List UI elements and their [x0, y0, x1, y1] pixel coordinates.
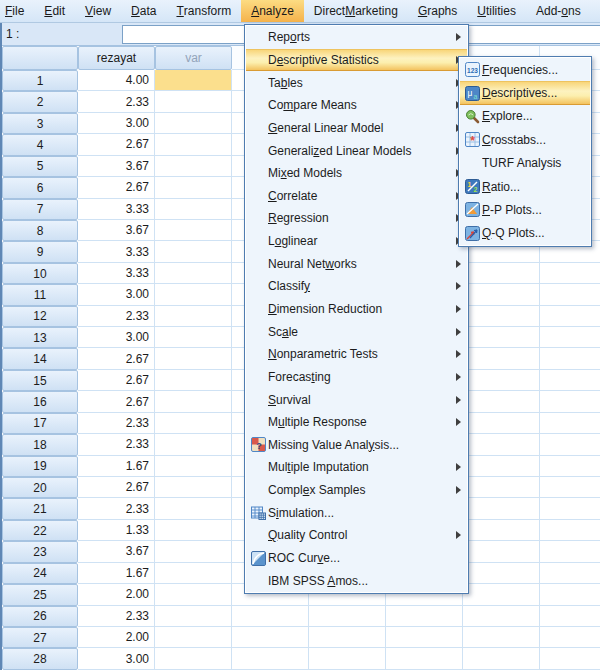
cell-blank[interactable] [463, 434, 540, 455]
cell-var-8[interactable] [155, 220, 232, 241]
cell-var-20[interactable] [155, 477, 232, 498]
cell-var-26[interactable] [155, 606, 232, 627]
menu-graphs[interactable]: Graphs [408, 0, 467, 22]
row-header-20[interactable]: 20 [2, 477, 78, 498]
cell-var-15[interactable] [155, 370, 232, 391]
menu-item-quality-control[interactable]: Quality Control [246, 524, 467, 547]
cell-var-13[interactable] [155, 327, 232, 348]
row-header-12[interactable]: 12 [2, 306, 78, 327]
row-header-23[interactable]: 23 [2, 541, 78, 562]
menu-analyze[interactable]: Analyze [241, 0, 304, 22]
cell-blank[interactable] [463, 648, 540, 669]
cell-blank[interactable] [463, 627, 540, 648]
cell-var-27[interactable] [155, 627, 232, 648]
menu-direct-marketing[interactable]: Direct Marketing [304, 0, 408, 22]
cell-blank[interactable] [309, 648, 386, 669]
row-header-8[interactable]: 8 [2, 220, 78, 241]
cell-blank[interactable] [463, 391, 540, 412]
cell-rezayat-7[interactable]: 3.33 [78, 199, 155, 220]
cell-var-23[interactable] [155, 541, 232, 562]
cell-blank[interactable] [463, 284, 540, 305]
cell-blank[interactable] [463, 584, 540, 605]
row-header-27[interactable]: 27 [2, 627, 78, 648]
row-header-15[interactable]: 15 [2, 370, 78, 391]
cell-rezayat-22[interactable]: 1.33 [78, 520, 155, 541]
cell-blank[interactable] [463, 348, 540, 369]
menu-item-roc-curve[interactable]: ROC Curve... [246, 547, 467, 570]
submenu-item-turf-analysis[interactable]: TURF Analysis [460, 152, 590, 175]
cell-blank[interactable] [540, 498, 600, 519]
cell-var-25[interactable] [155, 584, 232, 605]
row-header-2[interactable]: 2 [2, 91, 78, 112]
submenu-item-descriptives[interactable]: μaDescriptives... [460, 81, 590, 104]
cell-var-16[interactable] [155, 391, 232, 412]
cell-blank[interactable] [463, 413, 540, 434]
cell-blank[interactable] [386, 648, 463, 669]
cell-var-17[interactable] [155, 413, 232, 434]
cell-blank[interactable] [463, 563, 540, 584]
menu-item-compare-means[interactable]: Compare Means [246, 94, 467, 117]
cell-blank[interactable] [540, 284, 600, 305]
row-header-6[interactable]: 6 [2, 177, 78, 198]
menu-file[interactable]: File [0, 0, 34, 22]
cell-rezayat-20[interactable]: 2.67 [78, 477, 155, 498]
cell-rezayat-9[interactable]: 3.33 [78, 241, 155, 262]
menu-transform[interactable]: Transform [166, 0, 241, 22]
menu-item-nonparametric-tests[interactable]: Nonparametric Tests [246, 343, 467, 366]
cell-blank[interactable] [540, 327, 600, 348]
menu-item-multiple-imputation[interactable]: Multiple Imputation [246, 456, 467, 479]
cell-blank[interactable] [540, 370, 600, 391]
menu-item-forecasting[interactable]: Forecasting [246, 366, 467, 389]
row-header-24[interactable]: 24 [2, 563, 78, 584]
menu-item-simulation[interactable]: Simulation... [246, 501, 467, 524]
menu-item-loglinear[interactable]: Loglinear [246, 230, 467, 253]
row-header-1[interactable]: 1 [2, 70, 78, 91]
menu-item-regression[interactable]: Regression [246, 207, 467, 230]
cell-blank[interactable] [540, 306, 600, 327]
cell-blank[interactable] [540, 391, 600, 412]
row-header-19[interactable]: 19 [2, 456, 78, 477]
cell-var-4[interactable] [155, 134, 232, 155]
row-header-5[interactable]: 5 [2, 156, 78, 177]
column-header-var[interactable]: var [155, 46, 232, 70]
row-header-9[interactable]: 9 [2, 241, 78, 262]
cell-rezayat-16[interactable]: 2.67 [78, 391, 155, 412]
menu-item-generalized-linear-models[interactable]: Generalized Linear Models [246, 139, 467, 162]
cell-var-18[interactable] [155, 434, 232, 455]
cell-var-9[interactable] [155, 241, 232, 262]
row-header-18[interactable]: 18 [2, 434, 78, 455]
row-header-21[interactable]: 21 [2, 498, 78, 519]
cell-rezayat-17[interactable]: 2.33 [78, 413, 155, 434]
cell-var-12[interactable] [155, 306, 232, 327]
menu-data[interactable]: Data [121, 0, 166, 22]
cell-rezayat-18[interactable]: 2.33 [78, 434, 155, 455]
cell-blank[interactable] [309, 627, 386, 648]
cell-blank[interactable] [463, 306, 540, 327]
cell-rezayat-2[interactable]: 2.33 [78, 91, 155, 112]
cell-blank[interactable] [463, 606, 540, 627]
row-header-28[interactable]: 28 [2, 648, 78, 669]
cell-rezayat-11[interactable]: 3.00 [78, 284, 155, 305]
row-header-11[interactable]: 11 [2, 284, 78, 305]
row-header-25[interactable]: 25 [2, 584, 78, 605]
row-header-13[interactable]: 13 [2, 327, 78, 348]
cell-var-11[interactable] [155, 284, 232, 305]
cell-rezayat-23[interactable]: 3.67 [78, 541, 155, 562]
row-header-4[interactable]: 4 [2, 134, 78, 155]
menu-item-multiple-response[interactable]: Multiple Response [246, 411, 467, 434]
cell-rezayat-6[interactable]: 2.67 [78, 177, 155, 198]
cell-rezayat-3[interactable]: 3.00 [78, 113, 155, 134]
row-header-7[interactable]: 7 [2, 199, 78, 220]
menu-item-tables[interactable]: Tables [246, 71, 467, 94]
cell-blank[interactable] [540, 263, 600, 284]
menu-item-scale[interactable]: Scale [246, 320, 467, 343]
menu-w[interactable]: W [591, 0, 600, 22]
cell-rezayat-13[interactable]: 3.00 [78, 327, 155, 348]
cell-var-2[interactable] [155, 91, 232, 112]
cell-blank[interactable] [540, 348, 600, 369]
cell-var-22[interactable] [155, 520, 232, 541]
cell-var-28[interactable] [155, 648, 232, 669]
cell-blank[interactable] [232, 627, 309, 648]
cell-rezayat-12[interactable]: 2.33 [78, 306, 155, 327]
submenu-item-ratio[interactable]: 12Ratio... [460, 175, 590, 198]
